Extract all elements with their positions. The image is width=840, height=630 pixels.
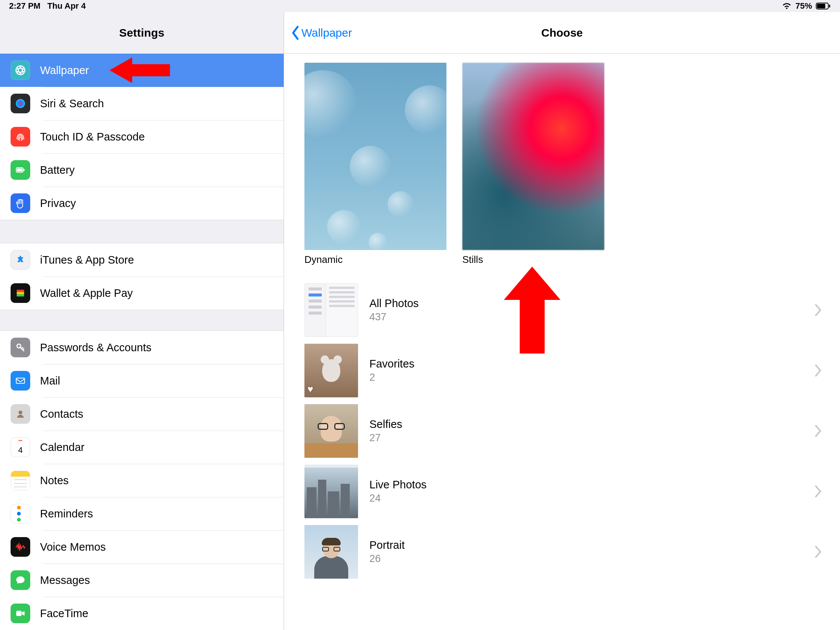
album-count: 27 — [369, 432, 402, 444]
annotation-arrow-left — [109, 55, 170, 85]
svg-rect-16 — [16, 378, 25, 384]
album-live-photos[interactable]: Live Photos 24 — [305, 461, 828, 522]
svg-rect-13 — [17, 292, 24, 294]
svg-rect-11 — [24, 169, 25, 171]
sidebar-item-voicememos[interactable]: Voice Memos — [0, 530, 284, 564]
main-panel: Wallpaper Choose Dyn — [284, 12, 840, 630]
facetime-icon — [11, 603, 30, 623]
svg-point-8 — [16, 99, 25, 108]
main-header: Wallpaper Choose — [284, 12, 840, 54]
messages-icon — [11, 570, 30, 590]
settings-group: Passwords & Accounts Mail Contacts — [0, 331, 284, 630]
status-bar: 2:27 PM Thu Apr 4 75% — [0, 0, 840, 12]
page-title: Choose — [541, 27, 583, 39]
album-thumbnail: ♥ — [305, 344, 358, 397]
wifi-icon — [782, 2, 792, 10]
sidebar-item-wallet[interactable]: Wallet & Apple Pay — [0, 276, 284, 310]
sidebar-item-notes[interactable]: Notes — [0, 464, 284, 497]
back-button[interactable]: Wallpaper — [288, 12, 355, 53]
status-date: Thu Apr 4 — [47, 1, 86, 11]
battery-icon — [11, 160, 30, 180]
album-count: 2 — [369, 372, 414, 384]
album-title: Favorites — [369, 358, 414, 370]
svg-point-17 — [19, 411, 22, 414]
album-count: 24 — [369, 493, 427, 504]
svg-rect-2 — [829, 5, 830, 8]
sidebar-item-reminders[interactable]: Reminders — [0, 497, 284, 530]
sidebar-item-wallpaper[interactable]: Wallpaper — [0, 54, 284, 87]
album-count: 437 — [369, 311, 419, 323]
sidebar-item-messages[interactable]: Messages — [0, 564, 284, 597]
sidebar-title: Settings — [119, 27, 165, 39]
sidebar-item-contacts[interactable]: Contacts — [0, 397, 284, 431]
settings-group: Wallpaper Siri & Search Touc — [0, 54, 284, 220]
svg-rect-1 — [817, 4, 825, 8]
chevron-right-icon — [814, 364, 822, 377]
wallpaper-category-stills[interactable]: Stills — [462, 63, 604, 265]
sidebar-item-label: Notes — [40, 474, 69, 487]
fingerprint-icon — [11, 127, 30, 147]
sidebar-item-label: Calendar — [40, 441, 85, 454]
album-favorites[interactable]: ♥ Favorites 2 — [305, 340, 828, 401]
album-title: Selfies — [369, 418, 402, 431]
svg-rect-18 — [16, 611, 22, 616]
svg-point-4 — [16, 68, 25, 72]
sidebar-item-itunes[interactable]: iTunes & App Store — [0, 243, 284, 276]
reminders-icon — [11, 504, 30, 524]
album-title: All Photos — [369, 297, 419, 310]
sidebar-item-mail[interactable]: Mail — [0, 364, 284, 397]
status-battery-text: 75% — [796, 1, 812, 11]
back-label: Wallpaper — [302, 27, 352, 39]
voicememos-icon — [11, 537, 30, 557]
calendar-icon: •••4 — [11, 437, 30, 457]
notes-icon — [11, 471, 30, 490]
sidebar-item-facetime[interactable]: FaceTime — [0, 597, 284, 630]
album-title: Live Photos — [369, 478, 427, 491]
wallpaper-category-dynamic[interactable]: Dynamic — [305, 63, 447, 265]
chevron-right-icon — [814, 425, 822, 437]
chevron-left-icon — [291, 25, 300, 40]
status-time: 2:27 PM — [9, 1, 40, 11]
sidebar-item-label: Siri & Search — [40, 98, 104, 110]
siri-icon — [11, 94, 30, 113]
heart-icon: ♥ — [308, 384, 313, 395]
settings-sidebar: Settings Wallpaper — [0, 12, 284, 630]
tile-label: Dynamic — [305, 254, 447, 265]
chevron-right-icon — [814, 485, 822, 498]
sidebar-item-label: Wallpaper — [40, 64, 89, 77]
sidebar-item-privacy[interactable]: Privacy — [0, 186, 284, 220]
sidebar-item-label: Passwords & Accounts — [40, 341, 152, 354]
sidebar-item-battery[interactable]: Battery — [0, 153, 284, 186]
wallpaper-icon — [11, 60, 30, 80]
battery-icon — [816, 2, 831, 10]
key-icon — [11, 338, 30, 357]
sidebar-item-touchid[interactable]: Touch ID & Passcode — [0, 120, 284, 153]
dynamic-thumbnail — [305, 63, 447, 250]
svg-marker-7 — [109, 57, 170, 83]
sidebar-item-label: Privacy — [40, 197, 76, 210]
sidebar-item-label: Messages — [40, 574, 90, 587]
sidebar-item-label: Mail — [40, 375, 60, 387]
contacts-icon — [11, 404, 30, 424]
stills-thumbnail — [462, 63, 604, 250]
svg-rect-12 — [17, 290, 24, 292]
album-thumbnail — [305, 525, 358, 579]
album-selfies[interactable]: Selfies 27 — [305, 401, 828, 461]
hand-icon — [11, 193, 30, 213]
wallet-icon — [11, 283, 30, 303]
album-thumbnail — [305, 283, 358, 337]
chevron-right-icon — [814, 545, 822, 558]
mail-icon — [11, 371, 30, 390]
svg-rect-10 — [17, 169, 22, 172]
album-portrait[interactable]: Portrait 26 — [305, 522, 828, 582]
album-all-photos[interactable]: All Photos 437 — [305, 280, 828, 340]
svg-rect-14 — [17, 294, 24, 297]
tile-label: Stills — [462, 254, 604, 265]
album-thumbnail — [305, 464, 358, 518]
sidebar-item-siri[interactable]: Siri & Search — [0, 87, 284, 120]
sidebar-item-label: Wallet & Apple Pay — [40, 287, 133, 300]
sidebar-item-passwords[interactable]: Passwords & Accounts — [0, 331, 284, 364]
settings-group: iTunes & App Store Wallet & Apple Pay — [0, 243, 284, 310]
sidebar-item-calendar[interactable]: •••4 Calendar — [0, 431, 284, 464]
album-count: 26 — [369, 553, 404, 565]
